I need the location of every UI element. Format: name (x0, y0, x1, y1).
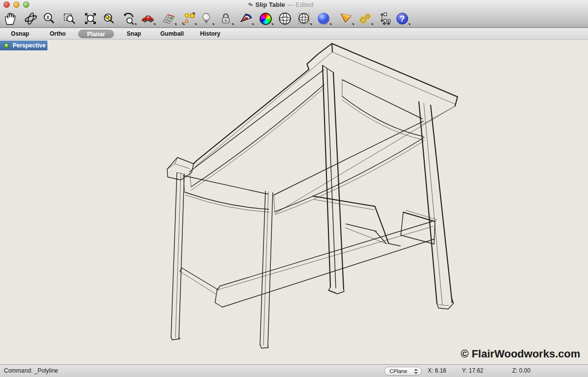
zoom-window-icon[interactable] (62, 10, 78, 27)
undo-view-icon[interactable] (120, 10, 137, 27)
window-chrome: ✎Slip Table— Edited ± (0, 0, 588, 28)
tab-osnap[interactable]: Osnap (8, 28, 32, 40)
sphere-grid-icon[interactable] (296, 10, 312, 27)
command-value: _Polyline (34, 367, 58, 374)
shaded-sphere-icon[interactable] (315, 10, 332, 27)
tab-ortho[interactable]: Ortho (45, 28, 70, 40)
zoom-in-out-icon[interactable]: ± (41, 10, 57, 27)
close-button[interactable] (3, 1, 10, 8)
table-wireframe-drawing (0, 40, 588, 364)
car-icon[interactable] (139, 10, 156, 27)
zoom-extents-icon[interactable] (82, 10, 99, 27)
command-label: Command: (4, 367, 33, 374)
viewport-title-tab[interactable]: Perspective (0, 41, 47, 50)
stepper-arrows-icon (414, 368, 418, 374)
light-bulb-icon[interactable] (198, 10, 215, 27)
command-line[interactable]: Command: _Polyline (4, 365, 58, 377)
lock-icon[interactable] (218, 10, 234, 27)
mode-tabbar: Osnap Ortho Planar Snap Gumball History (0, 28, 588, 40)
app-window: ✎Slip Table— Edited ± (0, 0, 588, 377)
zoom-selected-icon[interactable] (100, 10, 117, 27)
tab-planar-active[interactable]: Planar (78, 30, 114, 38)
viewport-name: Perspective (13, 42, 45, 49)
coordinate-y: Y: 17.62 (462, 365, 483, 377)
document-title: Slip Table (256, 1, 285, 8)
pan-hand-icon[interactable] (2, 10, 19, 27)
coordinate-z: Z: 0.00 (512, 365, 530, 377)
cone-pointer-icon[interactable] (338, 10, 354, 27)
viewport-sphere-icon (4, 43, 9, 48)
zoom-window-button[interactable] (23, 1, 29, 8)
cplane-grid-icon[interactable] (160, 10, 177, 27)
pie-wedge-icon[interactable] (238, 10, 254, 27)
tab-snap[interactable]: Snap (122, 28, 146, 40)
cplane-selected: CPlane (390, 368, 407, 374)
settings-gears-icon[interactable] (357, 10, 373, 27)
svg-text:±: ± (46, 14, 49, 20)
color-wheel-icon[interactable] (257, 10, 274, 27)
status-bar: Command: _Polyline CPlane X: 6.16 Y: 17.… (0, 364, 588, 377)
wireframe-sphere-icon[interactable] (277, 10, 293, 27)
minimize-button[interactable] (13, 1, 20, 8)
help-icon[interactable]: ? (394, 10, 411, 27)
coordinate-x: X: 6.16 (428, 365, 446, 377)
document-edited-status: — Edited (287, 1, 313, 8)
dimension-icon[interactable] (375, 10, 392, 27)
document-proxy-icon[interactable]: ✎ (247, 0, 254, 9)
cplane-dropdown[interactable]: CPlane (384, 367, 422, 376)
perspective-viewport[interactable]: Perspective © FlairWoodworks.com (0, 40, 588, 364)
layout-shapes-icon[interactable] (180, 10, 197, 27)
rotate-view-icon[interactable] (22, 10, 39, 27)
window-title: ✎Slip Table— Edited (248, 1, 314, 9)
svg-text:?: ? (400, 14, 405, 23)
tab-history[interactable]: History (196, 28, 225, 40)
watermark: © FlairWoodworks.com (461, 348, 580, 360)
tab-gumball[interactable]: Gumball (157, 28, 187, 40)
